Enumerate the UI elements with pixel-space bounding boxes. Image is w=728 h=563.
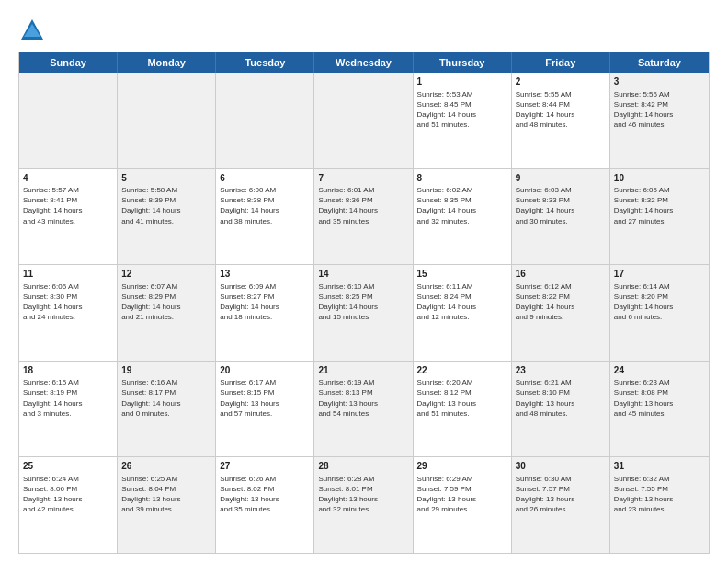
day-info: Sunrise: 6:23 AM Sunset: 8:08 PM Dayligh… bbox=[614, 377, 705, 419]
header-day-wednesday: Wednesday bbox=[314, 52, 413, 73]
calendar-cell: 18Sunrise: 6:15 AM Sunset: 8:19 PM Dayli… bbox=[19, 362, 118, 457]
calendar-cell: 14Sunrise: 6:10 AM Sunset: 8:25 PM Dayli… bbox=[314, 265, 413, 361]
day-info: Sunrise: 6:12 AM Sunset: 8:22 PM Dayligh… bbox=[516, 282, 606, 323]
calendar-cell: 20Sunrise: 6:17 AM Sunset: 8:15 PM Dayli… bbox=[216, 362, 314, 457]
logo bbox=[18, 17, 50, 44]
day-info: Sunrise: 6:16 AM Sunset: 8:17 PM Dayligh… bbox=[121, 377, 211, 419]
calendar-cell: 17Sunrise: 6:14 AM Sunset: 8:20 PM Dayli… bbox=[610, 265, 709, 361]
day-number: 3 bbox=[614, 75, 705, 88]
day-number: 17 bbox=[614, 268, 705, 281]
calendar-row-5: 25Sunrise: 6:24 AM Sunset: 8:06 PM Dayli… bbox=[19, 457, 709, 553]
day-info: Sunrise: 5:57 AM Sunset: 8:41 PM Dayligh… bbox=[23, 185, 113, 226]
calendar-header: SundayMondayTuesdayWednesdayThursdayFrid… bbox=[19, 52, 709, 73]
day-number: 2 bbox=[516, 75, 606, 88]
header-day-friday: Friday bbox=[512, 52, 610, 73]
day-number: 20 bbox=[220, 364, 310, 377]
day-info: Sunrise: 6:19 AM Sunset: 8:13 PM Dayligh… bbox=[318, 377, 408, 419]
day-number: 18 bbox=[23, 364, 113, 377]
day-info: Sunrise: 5:58 AM Sunset: 8:39 PM Dayligh… bbox=[121, 185, 211, 226]
calendar-cell: 22Sunrise: 6:20 AM Sunset: 8:12 PM Dayli… bbox=[414, 362, 512, 457]
day-info: Sunrise: 6:29 AM Sunset: 7:59 PM Dayligh… bbox=[417, 474, 507, 515]
day-number: 21 bbox=[318, 364, 408, 377]
day-number: 27 bbox=[220, 460, 310, 473]
day-info: Sunrise: 6:28 AM Sunset: 8:01 PM Dayligh… bbox=[318, 474, 408, 515]
day-number: 14 bbox=[318, 268, 408, 281]
day-number: 19 bbox=[121, 364, 211, 377]
calendar-cell: 7Sunrise: 6:01 AM Sunset: 8:36 PM Daylig… bbox=[314, 169, 413, 265]
header-day-saturday: Saturday bbox=[610, 52, 709, 73]
day-info: Sunrise: 6:09 AM Sunset: 8:27 PM Dayligh… bbox=[220, 282, 310, 323]
calendar-cell: 29Sunrise: 6:29 AM Sunset: 7:59 PM Dayli… bbox=[414, 457, 512, 553]
calendar-cell: 5Sunrise: 5:58 AM Sunset: 8:39 PM Daylig… bbox=[118, 169, 216, 265]
calendar-row-2: 4Sunrise: 5:57 AM Sunset: 8:41 PM Daylig… bbox=[19, 169, 709, 266]
day-number: 7 bbox=[318, 172, 408, 185]
day-info: Sunrise: 6:15 AM Sunset: 8:19 PM Dayligh… bbox=[23, 377, 113, 419]
calendar-cell bbox=[216, 73, 314, 168]
day-info: Sunrise: 6:01 AM Sunset: 8:36 PM Dayligh… bbox=[318, 185, 408, 226]
calendar-cell: 31Sunrise: 6:32 AM Sunset: 7:55 PM Dayli… bbox=[610, 457, 709, 553]
calendar-cell: 3Sunrise: 5:56 AM Sunset: 8:42 PM Daylig… bbox=[610, 73, 709, 168]
header-day-thursday: Thursday bbox=[414, 52, 512, 73]
day-number: 12 bbox=[121, 268, 211, 281]
day-number: 13 bbox=[220, 268, 310, 281]
day-info: Sunrise: 5:53 AM Sunset: 8:45 PM Dayligh… bbox=[417, 89, 507, 131]
day-number: 24 bbox=[614, 364, 705, 377]
calendar-body: 1Sunrise: 5:53 AM Sunset: 8:45 PM Daylig… bbox=[19, 73, 709, 553]
day-number: 11 bbox=[23, 268, 113, 281]
day-info: Sunrise: 6:02 AM Sunset: 8:35 PM Dayligh… bbox=[417, 185, 507, 226]
day-number: 29 bbox=[417, 460, 507, 473]
day-info: Sunrise: 6:24 AM Sunset: 8:06 PM Dayligh… bbox=[23, 474, 113, 515]
day-number: 8 bbox=[417, 172, 507, 185]
calendar-cell: 13Sunrise: 6:09 AM Sunset: 8:27 PM Dayli… bbox=[216, 265, 314, 361]
calendar-cell: 12Sunrise: 6:07 AM Sunset: 8:29 PM Dayli… bbox=[118, 265, 216, 361]
calendar-cell: 24Sunrise: 6:23 AM Sunset: 8:08 PM Dayli… bbox=[610, 362, 709, 457]
day-number: 4 bbox=[23, 172, 113, 185]
header-day-sunday: Sunday bbox=[19, 52, 118, 73]
day-info: Sunrise: 6:14 AM Sunset: 8:20 PM Dayligh… bbox=[614, 282, 705, 323]
day-info: Sunrise: 6:20 AM Sunset: 8:12 PM Dayligh… bbox=[417, 377, 507, 419]
day-info: Sunrise: 6:03 AM Sunset: 8:33 PM Dayligh… bbox=[516, 185, 606, 226]
day-number: 28 bbox=[318, 460, 408, 473]
calendar-cell bbox=[118, 73, 216, 168]
header-day-tuesday: Tuesday bbox=[216, 52, 314, 73]
day-number: 25 bbox=[23, 460, 113, 473]
day-info: Sunrise: 6:11 AM Sunset: 8:24 PM Dayligh… bbox=[417, 282, 507, 323]
calendar-cell: 15Sunrise: 6:11 AM Sunset: 8:24 PM Dayli… bbox=[414, 265, 512, 361]
calendar-cell: 25Sunrise: 6:24 AM Sunset: 8:06 PM Dayli… bbox=[19, 457, 118, 553]
day-number: 9 bbox=[516, 172, 606, 185]
day-info: Sunrise: 6:06 AM Sunset: 8:30 PM Dayligh… bbox=[23, 282, 113, 323]
day-info: Sunrise: 6:21 AM Sunset: 8:10 PM Dayligh… bbox=[516, 377, 606, 419]
calendar-cell: 23Sunrise: 6:21 AM Sunset: 8:10 PM Dayli… bbox=[512, 362, 610, 457]
calendar-cell: 10Sunrise: 6:05 AM Sunset: 8:32 PM Dayli… bbox=[610, 169, 709, 265]
day-number: 16 bbox=[516, 268, 606, 281]
calendar-cell: 2Sunrise: 5:55 AM Sunset: 8:44 PM Daylig… bbox=[512, 73, 610, 168]
day-number: 5 bbox=[121, 172, 211, 185]
calendar-row-4: 18Sunrise: 6:15 AM Sunset: 8:19 PM Dayli… bbox=[19, 362, 709, 458]
calendar-row-3: 11Sunrise: 6:06 AM Sunset: 8:30 PM Dayli… bbox=[19, 265, 709, 362]
calendar-cell: 6Sunrise: 6:00 AM Sunset: 8:38 PM Daylig… bbox=[216, 169, 314, 265]
calendar-cell: 30Sunrise: 6:30 AM Sunset: 7:57 PM Dayli… bbox=[512, 457, 610, 553]
day-number: 30 bbox=[516, 460, 606, 473]
calendar-cell bbox=[19, 73, 118, 168]
calendar-cell: 11Sunrise: 6:06 AM Sunset: 8:30 PM Dayli… bbox=[19, 265, 118, 361]
header-day-monday: Monday bbox=[118, 52, 216, 73]
day-number: 1 bbox=[417, 75, 507, 88]
calendar-cell: 4Sunrise: 5:57 AM Sunset: 8:41 PM Daylig… bbox=[19, 169, 118, 265]
day-info: Sunrise: 6:26 AM Sunset: 8:02 PM Dayligh… bbox=[220, 474, 310, 515]
day-number: 22 bbox=[417, 364, 507, 377]
calendar-cell: 28Sunrise: 6:28 AM Sunset: 8:01 PM Dayli… bbox=[314, 457, 413, 553]
day-number: 6 bbox=[220, 172, 310, 185]
day-info: Sunrise: 6:00 AM Sunset: 8:38 PM Dayligh… bbox=[220, 185, 310, 226]
day-number: 23 bbox=[516, 364, 606, 377]
day-info: Sunrise: 6:05 AM Sunset: 8:32 PM Dayligh… bbox=[614, 185, 705, 226]
calendar-cell: 26Sunrise: 6:25 AM Sunset: 8:04 PM Dayli… bbox=[118, 457, 216, 553]
day-info: Sunrise: 6:07 AM Sunset: 8:29 PM Dayligh… bbox=[121, 282, 211, 323]
calendar-cell: 21Sunrise: 6:19 AM Sunset: 8:13 PM Dayli… bbox=[314, 362, 413, 457]
page: SundayMondayTuesdayWednesdayThursdayFrid… bbox=[0, 0, 728, 563]
calendar-cell: 19Sunrise: 6:16 AM Sunset: 8:17 PM Dayli… bbox=[118, 362, 216, 457]
day-info: Sunrise: 5:56 AM Sunset: 8:42 PM Dayligh… bbox=[614, 89, 705, 131]
calendar-cell: 16Sunrise: 6:12 AM Sunset: 8:22 PM Dayli… bbox=[512, 265, 610, 361]
day-info: Sunrise: 6:17 AM Sunset: 8:15 PM Dayligh… bbox=[220, 377, 310, 419]
calendar-cell: 1Sunrise: 5:53 AM Sunset: 8:45 PM Daylig… bbox=[414, 73, 512, 168]
day-info: Sunrise: 6:32 AM Sunset: 7:55 PM Dayligh… bbox=[614, 474, 705, 515]
